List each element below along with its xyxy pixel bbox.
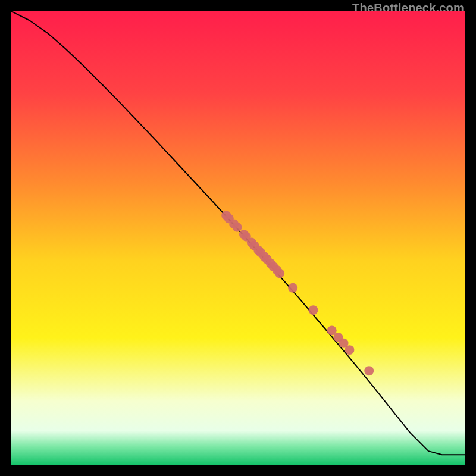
- chart-svg: [11, 11, 465, 465]
- data-point: [288, 283, 298, 293]
- data-point: [345, 345, 354, 355]
- data-point: [275, 268, 284, 278]
- data-point: [308, 305, 318, 315]
- data-point: [232, 223, 242, 232]
- chart-background: [11, 11, 465, 465]
- data-point: [364, 366, 374, 375]
- plot-area: [11, 11, 465, 465]
- chart-stage: TheBottleneck.com: [0, 0, 476, 476]
